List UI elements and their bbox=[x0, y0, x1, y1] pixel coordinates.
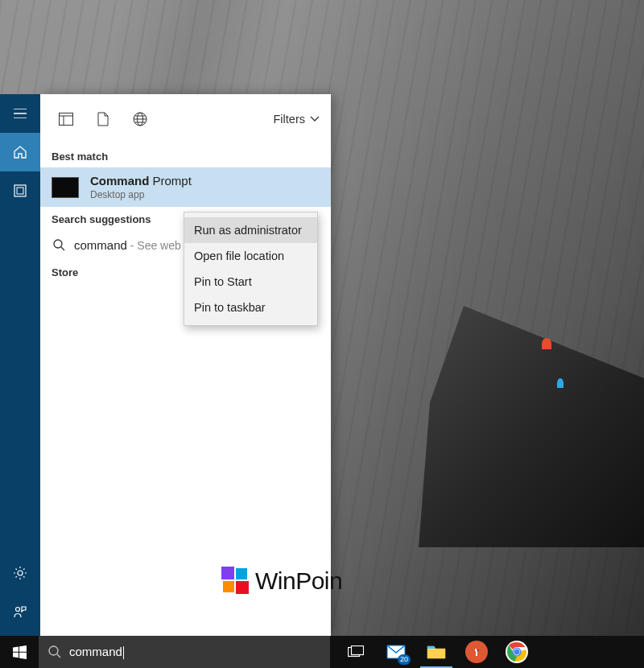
search-panel: Filters Best match Command Prompt Deskto… bbox=[40, 94, 331, 636]
folder-icon bbox=[427, 644, 446, 660]
taskbar-explorer-button[interactable] bbox=[417, 636, 456, 668]
wallpaper-detail bbox=[542, 338, 551, 349]
rail-apps-button[interactable] bbox=[0, 171, 40, 210]
chevron-down-icon bbox=[310, 116, 320, 122]
hamburger-button[interactable] bbox=[0, 94, 40, 133]
cmd-thumbnail-icon bbox=[52, 177, 79, 198]
person-speech-icon bbox=[13, 604, 27, 619]
task-view-icon bbox=[348, 645, 364, 658]
svg-rect-10 bbox=[352, 646, 364, 655]
filters-label: Filters bbox=[274, 113, 305, 126]
svg-point-2 bbox=[18, 571, 23, 575]
context-menu: Run as administrator Open file location … bbox=[184, 212, 318, 326]
result-subtitle: Desktop app bbox=[90, 189, 192, 200]
winpoin-logo-icon bbox=[221, 567, 250, 596]
svg-point-3 bbox=[16, 608, 20, 612]
panel-header: Filters bbox=[40, 94, 331, 144]
svg-point-14 bbox=[477, 649, 479, 651]
svg-rect-1 bbox=[17, 188, 23, 194]
ctx-open-file-location[interactable]: Open file location bbox=[184, 243, 317, 269]
taskbar: command 20 bbox=[0, 636, 644, 668]
window-icon bbox=[59, 113, 73, 126]
section-best-match: Best match bbox=[40, 144, 331, 167]
rail-home-button[interactable] bbox=[0, 133, 40, 171]
svg-point-8 bbox=[49, 646, 58, 655]
svg-rect-12 bbox=[427, 646, 435, 649]
taskbar-search-box[interactable]: command bbox=[39, 636, 330, 668]
globe-icon bbox=[133, 112, 147, 126]
taskbar-chrome-button[interactable] bbox=[497, 636, 536, 668]
document-icon bbox=[97, 112, 109, 126]
search-icon bbox=[52, 239, 66, 251]
gear-icon bbox=[13, 566, 27, 580]
scope-web-button[interactable] bbox=[124, 103, 156, 135]
ctx-pin-to-taskbar[interactable]: Pin to taskbar bbox=[184, 295, 317, 320]
search-input-text: command bbox=[69, 645, 124, 659]
start-button[interactable] bbox=[0, 636, 39, 668]
ctx-pin-to-start[interactable]: Pin to Start bbox=[184, 269, 317, 295]
hamburger-icon bbox=[14, 109, 27, 118]
svg-rect-4 bbox=[60, 113, 73, 126]
filters-button[interactable]: Filters bbox=[272, 113, 321, 126]
watermark: WinPoin bbox=[221, 567, 342, 596]
svg-rect-0 bbox=[14, 185, 26, 196]
start-rail bbox=[0, 94, 40, 636]
rail-settings-button[interactable] bbox=[0, 554, 40, 592]
ctx-run-as-admin[interactable]: Run as administrator bbox=[184, 217, 317, 243]
svg-point-18 bbox=[514, 649, 520, 655]
task-view-button[interactable] bbox=[336, 636, 375, 668]
scope-apps-button[interactable] bbox=[50, 103, 82, 135]
duckduckgo-icon bbox=[465, 641, 488, 663]
taskbar-mail-button[interactable]: 20 bbox=[377, 636, 415, 668]
watermark-text: WinPoin bbox=[255, 567, 342, 595]
wallpaper-detail bbox=[557, 378, 564, 388]
search-icon bbox=[48, 645, 61, 658]
scope-documents-button[interactable] bbox=[87, 103, 119, 135]
taskbar-duckduckgo-button[interactable] bbox=[457, 636, 496, 668]
apps-icon bbox=[14, 184, 27, 197]
result-command-prompt[interactable]: Command Prompt Desktop app bbox=[40, 167, 331, 207]
rail-feedback-button[interactable] bbox=[0, 592, 40, 631]
windows-logo-icon bbox=[13, 645, 27, 659]
result-title: Command Prompt bbox=[90, 174, 192, 188]
svg-point-7 bbox=[54, 240, 62, 248]
chrome-icon bbox=[506, 641, 528, 663]
mail-badge: 20 bbox=[398, 654, 411, 665]
home-icon bbox=[13, 145, 27, 159]
